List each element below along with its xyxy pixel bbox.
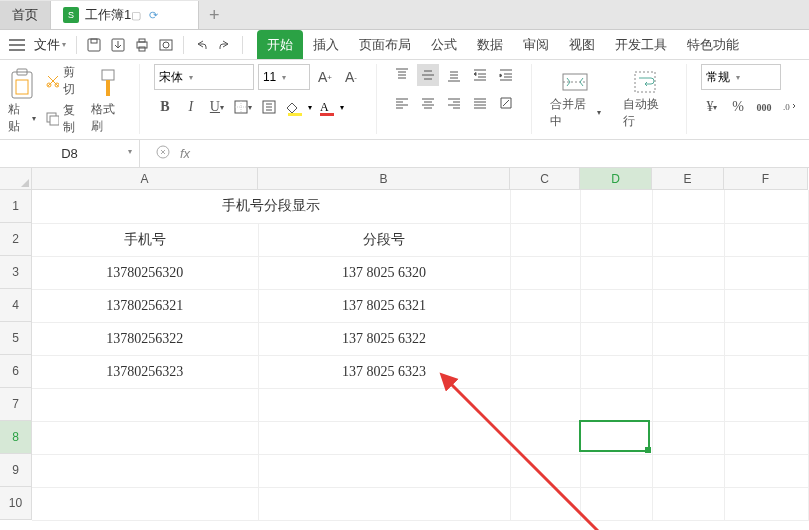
name-box[interactable]: D8 ▾ — [0, 140, 140, 167]
comma-style-button[interactable]: 000 — [753, 96, 775, 118]
decrease-font-button[interactable]: A- — [340, 64, 362, 90]
save-as-icon[interactable] — [107, 34, 129, 56]
orientation-button[interactable] — [495, 92, 517, 114]
svg-point-7 — [163, 42, 169, 48]
col-header-C[interactable]: C — [510, 168, 580, 190]
copy-button[interactable]: 复制 — [46, 102, 85, 136]
hamburger-icon[interactable] — [6, 34, 28, 56]
ribbon-tab-layout[interactable]: 页面布局 — [349, 30, 421, 59]
ribbon-tab-dev[interactable]: 开发工具 — [605, 30, 677, 59]
ribbon-tab-features[interactable]: 特色功能 — [677, 30, 749, 59]
paste-button[interactable]: 粘贴▾ — [8, 64, 36, 135]
ribbon-tab-data[interactable]: 数据 — [467, 30, 513, 59]
undo-icon[interactable] — [190, 34, 212, 56]
copy-icon — [46, 112, 59, 126]
font-size-combo[interactable]: 11▾ — [258, 64, 310, 90]
increase-indent-button[interactable] — [495, 64, 517, 86]
col-header-D[interactable]: D — [580, 168, 652, 190]
tab-workbook-label: 工作簿1 — [85, 6, 131, 24]
col-header-B[interactable]: B — [258, 168, 510, 190]
stacked-text-button[interactable] — [258, 96, 280, 118]
scissors-icon — [46, 74, 59, 88]
align-middle-button[interactable] — [417, 64, 439, 86]
align-group — [391, 64, 517, 135]
align-top-button[interactable] — [391, 64, 413, 86]
name-box-chevron[interactable]: ▾ — [125, 144, 135, 159]
ribbon-tab-review[interactable]: 审阅 — [513, 30, 559, 59]
cut-button[interactable]: 剪切 — [46, 64, 85, 98]
row-header-8[interactable]: 8 — [0, 421, 32, 454]
svg-rect-4 — [139, 39, 145, 42]
tab-home[interactable]: 首页 — [0, 1, 51, 29]
italic-button[interactable]: I — [180, 96, 202, 118]
paste-label: 粘贴 — [8, 101, 30, 135]
col-header-E[interactable]: E — [652, 168, 724, 190]
wrap-text-icon — [631, 70, 659, 94]
tab-sync-icon[interactable]: ⟳ — [149, 9, 158, 22]
row-header-7[interactable]: 7 — [0, 388, 32, 421]
align-left-button[interactable] — [391, 92, 413, 114]
row-header-1[interactable]: 1 — [0, 190, 32, 223]
align-bottom-button[interactable] — [443, 64, 465, 86]
format-painter-button[interactable]: 格式刷 — [91, 64, 125, 135]
tab-workbook[interactable]: S 工作簿1 ▢ ⟳ — [51, 1, 199, 29]
merge-center-button[interactable]: 合并居中▾ — [546, 64, 605, 135]
cell-A5: 13780256322 — [32, 323, 258, 355]
ribbon-tab-view[interactable]: 视图 — [559, 30, 605, 59]
save-icon[interactable] — [83, 34, 105, 56]
align-right-button[interactable] — [443, 92, 465, 114]
row-header-5[interactable]: 5 — [0, 322, 32, 355]
separator — [76, 36, 77, 54]
row-header-4[interactable]: 4 — [0, 289, 32, 322]
redo-icon[interactable] — [214, 34, 236, 56]
ribbon-tab-formula[interactable]: 公式 — [421, 30, 467, 59]
underline-button[interactable]: U▾ — [206, 96, 228, 118]
cell-A4: 13780256321 — [32, 290, 258, 322]
row-header-10[interactable]: 10 — [0, 487, 32, 520]
title-tabs-bar: 首页 S 工作簿1 ▢ ⟳ + — [0, 0, 809, 30]
col-header-F[interactable]: F — [724, 168, 808, 190]
cancel-formula-icon[interactable] — [156, 145, 170, 162]
svg-rect-15 — [102, 70, 114, 80]
decrease-indent-button[interactable] — [469, 64, 491, 86]
currency-button[interactable]: ¥▾ — [701, 96, 723, 118]
file-menu[interactable]: 文件▾ — [30, 36, 70, 54]
title-cell: 手机号分段显示 — [32, 190, 510, 223]
ribbon-tab-insert[interactable]: 插入 — [303, 30, 349, 59]
row-header-9[interactable]: 9 — [0, 454, 32, 487]
cut-label: 剪切 — [63, 64, 85, 98]
row-header-6[interactable]: 6 — [0, 355, 32, 388]
new-tab-button[interactable]: + — [199, 1, 229, 29]
separator — [376, 64, 377, 134]
auto-wrap-button[interactable]: 自动换行 — [619, 64, 672, 135]
fx-label[interactable]: fx — [180, 146, 190, 161]
grid[interactable]: 手机号分段显示手机号分段号13780256320137 8025 6320137… — [32, 190, 809, 521]
row-header-2[interactable]: 2 — [0, 223, 32, 256]
formula-input[interactable] — [206, 140, 809, 167]
increase-font-button[interactable]: A+ — [314, 64, 336, 90]
fill-color-button[interactable]: ▾ — [284, 96, 312, 118]
tab-presentation-icon[interactable]: ▢ — [131, 9, 141, 22]
font-color-button[interactable]: A▾ — [316, 96, 344, 118]
ribbon-tabs: 开始 插入 页面布局 公式 数据 审阅 视图 开发工具 特色功能 — [257, 30, 749, 59]
row-header-3[interactable]: 3 — [0, 256, 32, 289]
border-button[interactable]: ▾ — [232, 96, 254, 118]
col-header-A[interactable]: A — [32, 168, 258, 190]
ribbon-tab-start[interactable]: 开始 — [257, 30, 303, 59]
merge-center-label: 合并居中 — [550, 96, 595, 130]
increase-decimal-button[interactable]: .0 — [779, 96, 801, 118]
percent-button[interactable]: % — [727, 96, 749, 118]
separator — [686, 64, 687, 134]
cell-B4: 137 8025 6321 — [259, 290, 510, 322]
bold-button[interactable]: B — [154, 96, 176, 118]
justify-button[interactable] — [469, 92, 491, 114]
tab-home-label: 首页 — [12, 6, 38, 24]
print-preview-icon[interactable] — [155, 34, 177, 56]
align-center-button[interactable] — [417, 92, 439, 114]
number-format-combo[interactable]: 常规▾ — [701, 64, 781, 90]
cell-B5: 137 8025 6322 — [259, 323, 510, 355]
select-all-corner[interactable] — [0, 168, 32, 190]
font-name-combo[interactable]: 宋体▾ — [154, 64, 254, 90]
print-icon[interactable] — [131, 34, 153, 56]
formula-bar: D8 ▾ fx — [0, 140, 809, 168]
